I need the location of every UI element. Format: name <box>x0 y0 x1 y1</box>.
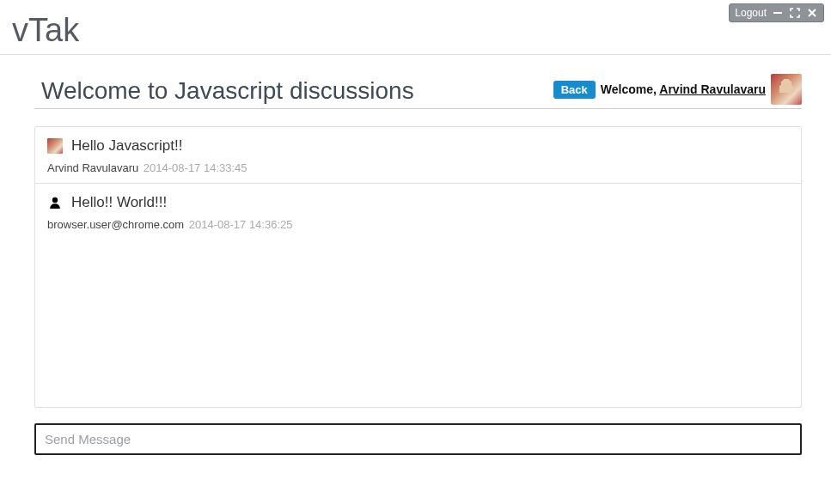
message-item: Hello!! World!!! browser.user@chrome.com… <box>35 184 801 240</box>
window-toolbar: Logout <box>729 3 824 22</box>
message-text: Hello!! World!!! <box>71 194 167 211</box>
welcome-prefix: Welcome, <box>601 82 659 96</box>
room-title: Welcome to Javascript discussions <box>34 77 414 105</box>
page-header: Welcome to Javascript discussions Back W… <box>34 55 802 109</box>
message-list: Hello Javascript!! Arvind Ravulavaru 201… <box>34 126 802 408</box>
message-author: browser.user@chrome.com <box>47 218 184 231</box>
message-text: Hello Javascript!! <box>71 137 182 155</box>
back-button[interactable]: Back <box>553 81 596 99</box>
message-item: Hello Javascript!! Arvind Ravulavaru 201… <box>35 127 801 184</box>
send-message-input[interactable] <box>34 423 802 455</box>
minimize-icon[interactable] <box>772 8 784 18</box>
message-timestamp: 2014-08-17 14:36:25 <box>189 218 293 231</box>
current-user-link[interactable]: Arvind Ravulavaru <box>659 82 766 96</box>
svg-point-1 <box>52 197 58 203</box>
fullscreen-icon[interactable] <box>789 8 801 18</box>
message-meta: Arvind Ravulavaru 2014-08-17 14:33:45 <box>47 161 789 174</box>
message-avatar-icon <box>47 138 63 154</box>
current-user-avatar[interactable] <box>771 74 802 105</box>
svg-rect-0 <box>773 12 782 14</box>
logout-button[interactable]: Logout <box>735 7 767 19</box>
user-icon <box>47 195 63 210</box>
message-timestamp: 2014-08-17 14:33:45 <box>144 161 247 174</box>
welcome-text: Welcome, Arvind Ravulavaru <box>601 82 766 96</box>
message-meta: browser.user@chrome.com 2014-08-17 14:36… <box>47 218 789 231</box>
message-author: Arvind Ravulavaru <box>47 161 138 174</box>
app-title: vTak <box>0 0 831 55</box>
close-icon[interactable] <box>806 8 818 18</box>
